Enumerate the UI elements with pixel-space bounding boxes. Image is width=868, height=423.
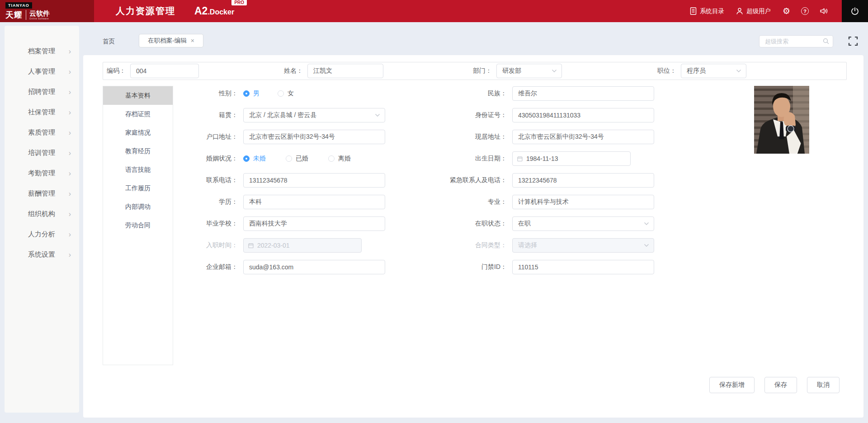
employee-photo[interactable] <box>754 86 809 154</box>
marital-radio-single[interactable]: 未婚 <box>243 155 266 163</box>
marital-status-label: 婚姻状况： <box>171 155 243 163</box>
sidebar-item-attendance-mgmt[interactable]: 考勤管理› <box>5 163 79 183</box>
marital-radio-divorced[interactable]: 离婚 <box>328 155 351 163</box>
department-value: 研发部 <box>502 67 521 75</box>
employee-edit-panel: 编码： 姓名： 部门： 研发部 职位： 程序员 <box>83 55 863 418</box>
sidebar-item-system-settings[interactable]: 系统设置› <box>5 244 79 265</box>
section-tab-archived-certificates[interactable]: 存档证照 <box>103 105 173 123</box>
native-place-select[interactable]: 北京 / 北京县城 / 密云县 <box>243 108 385 122</box>
employment-status-select[interactable]: 在职 <box>512 216 654 231</box>
save-button[interactable]: 保存 <box>764 377 797 393</box>
section-tab-internal-transfer[interactable]: 内部调动 <box>103 197 173 216</box>
announcement-button[interactable] <box>820 7 828 15</box>
sidebar-item-label: 社保管理 <box>28 108 55 117</box>
close-icon[interactable]: × <box>191 37 194 44</box>
birth-date-input[interactable] <box>526 155 626 162</box>
section-tab-work-history[interactable]: 工作履历 <box>103 179 173 197</box>
form-right-column: 民族： 身份证号： 现居地址： 出生日期： 紧急联系人及电话： <box>431 86 654 281</box>
id-number-input[interactable] <box>512 108 654 122</box>
cancel-button[interactable]: 取消 <box>807 377 840 393</box>
sidebar-item-label: 系统设置 <box>28 250 55 259</box>
graduate-school-row: 毕业学校： <box>171 216 385 231</box>
radio-label: 未婚 <box>253 155 266 163</box>
emergency-phone-input[interactable] <box>512 173 654 188</box>
sidebar-item-salary-mgmt[interactable]: 薪酬管理› <box>5 183 79 204</box>
gender-radio-male[interactable]: 男 <box>243 89 259 98</box>
name-input[interactable] <box>307 64 383 78</box>
sidebar-item-training-mgmt[interactable]: 培训管理› <box>5 143 79 163</box>
radio-label: 女 <box>288 89 294 98</box>
logo-badge: TIANYAO <box>5 2 32 9</box>
tab-label: 在职档案-编辑 <box>148 37 187 45</box>
education-label: 学历： <box>171 198 243 206</box>
birth-date-picker[interactable] <box>512 151 631 166</box>
access-id-row: 门禁ID： <box>431 259 654 275</box>
system-directory-button[interactable]: 系统目录 <box>690 7 724 15</box>
chevron-down-icon <box>552 69 557 73</box>
speaker-icon <box>820 7 828 15</box>
sidebar-item-quality-mgmt[interactable]: 素质管理› <box>5 122 79 143</box>
sidebar-item-personnel-mgmt[interactable]: 人事管理› <box>5 61 79 82</box>
sidebar-item-label: 薪酬管理 <box>28 189 55 198</box>
emergency-phone-row: 紧急联系人及电话： <box>431 173 654 188</box>
app-header: TIANYAO 天耀 云软件 Online Software 人力资源管理 A2… <box>0 0 868 22</box>
nation-label: 民族： <box>431 89 512 98</box>
education-input[interactable] <box>243 195 385 209</box>
search-icon <box>823 38 829 44</box>
sidebar-item-label: 考勤管理 <box>28 169 55 178</box>
radio-label: 离婚 <box>338 155 351 163</box>
save-new-button[interactable]: 保存新增 <box>709 377 755 393</box>
position-select[interactable]: 程序员 <box>681 64 746 78</box>
section-tab-education[interactable]: 教育经历 <box>103 142 173 160</box>
department-label: 部门： <box>473 67 496 75</box>
access-id-input[interactable] <box>512 260 654 274</box>
graduate-school-input[interactable] <box>243 216 385 231</box>
sidebar-item-social-security-mgmt[interactable]: 社保管理› <box>5 102 79 122</box>
sidebar-item-recruit-mgmt[interactable]: 招聘管理› <box>5 82 79 102</box>
current-address-input[interactable] <box>512 130 654 144</box>
section-tab-basic-info[interactable]: 基本资料 <box>103 86 173 105</box>
logout-button[interactable] <box>842 0 868 22</box>
employment-status-label: 在职状态： <box>431 220 512 228</box>
section-tab-language-skills[interactable]: 语言技能 <box>103 160 173 179</box>
super-user-button[interactable]: 超级用户 <box>736 7 771 15</box>
power-icon <box>850 7 859 16</box>
company-email-row: 企业邮箱： <box>171 259 385 275</box>
product-suffix-text: .Docker <box>208 8 234 16</box>
settings-button[interactable]: ⚙ <box>783 7 790 15</box>
sidebar-item-hr-analysis[interactable]: 人力分析› <box>5 224 79 244</box>
sidebar-item-archive-mgmt[interactable]: 档案管理› <box>5 41 79 61</box>
calendar-icon <box>248 243 254 249</box>
section-tab-family[interactable]: 家庭情况 <box>103 123 173 142</box>
department-select[interactable]: 研发部 <box>496 64 562 78</box>
position-value: 程序员 <box>687 67 706 75</box>
tab-active-employee-edit[interactable]: 在职档案-编辑 × <box>139 34 203 47</box>
tab-home[interactable]: 首页 <box>103 38 115 46</box>
household-address-input[interactable] <box>243 130 385 144</box>
chevron-right-icon: › <box>69 231 71 238</box>
radio-icon <box>278 90 284 97</box>
brand-lockup: 天耀 云软件 Online Software <box>5 9 50 20</box>
nation-input[interactable] <box>512 86 654 101</box>
radio-label: 男 <box>253 89 259 98</box>
native-place-label: 籍贯： <box>171 111 243 119</box>
marital-radio-married[interactable]: 已婚 <box>286 155 308 163</box>
pro-badge: PRO <box>231 0 247 5</box>
section-tab-labor-contract[interactable]: 劳动合同 <box>103 216 173 235</box>
sidebar-item-label: 培训管理 <box>28 149 55 157</box>
company-email-input[interactable] <box>243 260 385 274</box>
gender-radio-female[interactable]: 女 <box>278 89 294 98</box>
sidebar-item-organization[interactable]: 组织机构› <box>5 204 79 224</box>
logo: TIANYAO 天耀 云软件 Online Software <box>5 2 50 20</box>
hr-app-page: TIANYAO 天耀 云软件 Online Software 人力资源管理 A2… <box>0 0 868 423</box>
super-search <box>759 35 833 47</box>
help-button[interactable]: ? <box>801 7 809 15</box>
search-input[interactable] <box>759 35 833 47</box>
code-input[interactable] <box>130 64 199 78</box>
gear-icon: ⚙ <box>783 7 790 15</box>
fullscreen-button[interactable] <box>848 36 858 46</box>
app-title: 人力资源管理 <box>116 5 175 17</box>
header-actions: 系统目录 超级用户 ⚙ ? <box>690 0 868 22</box>
phone-input[interactable] <box>243 173 385 188</box>
major-input[interactable] <box>512 195 654 209</box>
